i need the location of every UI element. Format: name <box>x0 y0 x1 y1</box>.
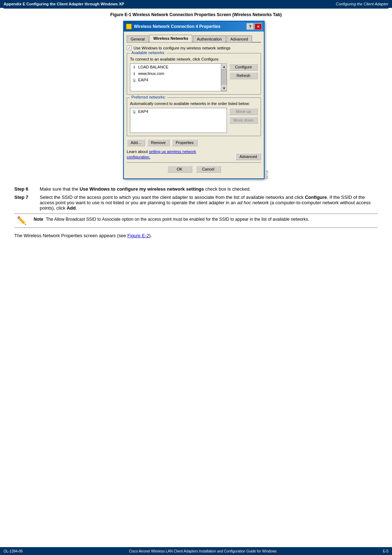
tabs-row: General Wireless Networks Authentication… <box>127 34 261 43</box>
preferred-buttons: Move up Move down <box>229 108 258 124</box>
listbox-scrollbar[interactable]: ▲ ▼ <box>221 64 227 91</box>
network-name-2: www.linux.com <box>138 71 164 76</box>
dialog-title: Wireless Network Connection 4 Properties <box>134 24 221 29</box>
list-item[interactable]: 📡 EAP4 <box>130 77 221 83</box>
scroll-down[interactable]: ▼ <box>221 85 227 91</box>
remove-button[interactable]: Remove <box>147 139 170 146</box>
available-list-items: ℹ LOAD BALANCE ℹ www.linux.com 📡 EAP4 <box>130 64 221 91</box>
italic-adhoc: ad hoc network <box>237 200 268 205</box>
closing-paragraph: The Wireless Network Properties screen a… <box>14 232 378 240</box>
preferred-list-area: 📡 EAP4 Move up Move down <box>130 108 258 133</box>
note-content: Note The Allow Broadcast SSID to Associa… <box>34 216 309 225</box>
tab-general[interactable]: General <box>127 35 149 42</box>
dialog-titlebar: ⚡ Wireless Network Connection 4 Properti… <box>124 21 264 32</box>
available-networks-group: Available networks: To connect to an ava… <box>127 53 261 95</box>
closing-post: ). <box>149 233 152 238</box>
bottom-link-text: Learn about setting up wireless network … <box>127 149 205 160</box>
dialog-app-icon: ⚡ <box>126 24 132 29</box>
side-label-wrapper: 65716 <box>265 21 269 179</box>
dialog-footer: OK Cancel <box>127 162 261 176</box>
header-right: Configuring the Client Adapter <box>336 2 388 6</box>
list-item[interactable]: 📡 EAP4 <box>130 108 227 115</box>
bottom-row: Learn about setting up wireless network … <box>127 149 261 160</box>
tab-advanced[interactable]: Advanced <box>227 35 252 42</box>
move-down-button[interactable]: Move down <box>229 116 258 124</box>
available-networks-title: Available networks: <box>130 51 167 55</box>
help-button[interactable]: ? <box>247 23 254 30</box>
step-6-label: Step 6 <box>14 186 34 192</box>
footer-center: Cisco Aironet Wireless LAN Client Adapte… <box>129 549 276 553</box>
dialog-wrapper: ⚡ Wireless Network Connection 4 Properti… <box>14 21 378 179</box>
figure-caption: Figure E-1 Wireless Network Connection P… <box>14 12 378 17</box>
bold-configure: Configure <box>305 195 327 200</box>
preferred-networks-group: Preferred networks: Automatically connec… <box>127 97 261 136</box>
preferred-networks-title: Preferred networks: <box>130 95 167 99</box>
step-6-content: Make sure that the Use Windows to config… <box>40 186 378 192</box>
scroll-up[interactable]: ▲ <box>221 64 227 70</box>
note-pencil-icon: ✏️ <box>17 216 26 225</box>
ok-button[interactable]: OK <box>167 166 192 173</box>
network-icon-3: 📡 <box>132 77 137 82</box>
checkbox-row: ✓ Use Windows to configure my wireless n… <box>127 46 261 50</box>
properties-button[interactable]: Properties <box>172 139 198 146</box>
footer-left: OL-1394-06 <box>4 549 23 553</box>
available-networks-desc: To connect to an available network, clic… <box>130 57 258 61</box>
note-label: Note <box>34 217 43 222</box>
network-name-1: LOAD BALANCE <box>138 65 168 69</box>
preferred-name-1: EAP4 <box>138 109 148 114</box>
configure-button[interactable]: Configure <box>229 63 258 71</box>
advanced-button[interactable]: Advanced <box>236 153 261 160</box>
tab-authentication[interactable]: Authentication <box>193 35 226 42</box>
scroll-track <box>221 70 227 85</box>
page-content: Figure E-1 Wireless Network Connection P… <box>0 9 392 254</box>
network-icon-2: ℹ <box>132 71 137 76</box>
list-item[interactable]: ℹ LOAD BALANCE <box>130 64 221 70</box>
checkbox-label: Use Windows to configure my wireless net… <box>134 46 231 50</box>
header-bar: Appendix E Configuring the Client Adapte… <box>0 0 392 8</box>
step-7-label: Step 7 <box>14 195 34 211</box>
network-icon-1: ℹ <box>132 64 137 70</box>
side-label: 65716 <box>265 170 269 179</box>
list-item[interactable]: ℹ www.linux.com <box>130 70 221 77</box>
closing-pre: The Wireless Network Properties screen a… <box>14 233 127 238</box>
bold-add: Add <box>67 205 76 211</box>
footer-bar: OL-1394-06 Cisco Aironet Wireless LAN Cl… <box>0 547 392 555</box>
cancel-button[interactable]: Cancel <box>196 166 221 173</box>
available-listbox: ℹ LOAD BALANCE ℹ www.linux.com 📡 EAP4 <box>130 63 227 91</box>
tab-wireless-networks[interactable]: Wireless Networks <box>149 35 192 42</box>
bold-text-1: Use Windows to configure my wireless net… <box>79 186 204 192</box>
step-7-content: Select the SSID of the access point to w… <box>40 195 378 211</box>
close-button[interactable]: ✕ <box>255 23 262 30</box>
available-network-buttons: Configure Refresh <box>229 63 258 79</box>
network-name-3: EAP4 <box>138 78 148 82</box>
closing-link[interactable]: Figure E-2 <box>127 233 149 238</box>
dialog-body: General Wireless Networks Authentication… <box>124 32 264 178</box>
bottom-text-pre: Learn about <box>127 149 149 154</box>
header-left: Appendix E Configuring the Client Adapte… <box>4 2 124 6</box>
refresh-button[interactable]: Refresh <box>229 72 258 79</box>
footer-right: E-5 <box>383 549 388 553</box>
step-6-row: Step 6 Make sure that the Use Windows to… <box>14 186 378 192</box>
add-button[interactable]: Add... <box>127 139 145 146</box>
note-icon-col: ✏️ <box>14 216 29 225</box>
note-box: ✏️ Note The Allow Broadcast SSID to Asso… <box>14 214 378 228</box>
move-up-button[interactable]: Move up <box>229 108 258 115</box>
titlebar-buttons[interactable]: ? ✕ <box>247 23 262 30</box>
available-network-list-area: ℹ LOAD BALANCE ℹ www.linux.com 📡 EAP4 <box>130 63 258 91</box>
step-7-row: Step 7 Select the SSID of the access poi… <box>14 195 378 211</box>
preferred-icon-1: 📡 <box>132 109 137 114</box>
action-buttons-row: Add... Remove Properties <box>127 139 261 146</box>
preferred-networks-desc: Automatically connect to available netwo… <box>130 101 258 106</box>
use-windows-checkbox[interactable]: ✓ <box>127 46 131 50</box>
titlebar-left: ⚡ Wireless Network Connection 4 Properti… <box>126 24 221 29</box>
preferred-listbox: 📡 EAP4 <box>130 108 227 133</box>
note-text: The Allow Broadcast SSID to Associate op… <box>46 217 309 222</box>
dialog: ⚡ Wireless Network Connection 4 Properti… <box>123 21 265 179</box>
